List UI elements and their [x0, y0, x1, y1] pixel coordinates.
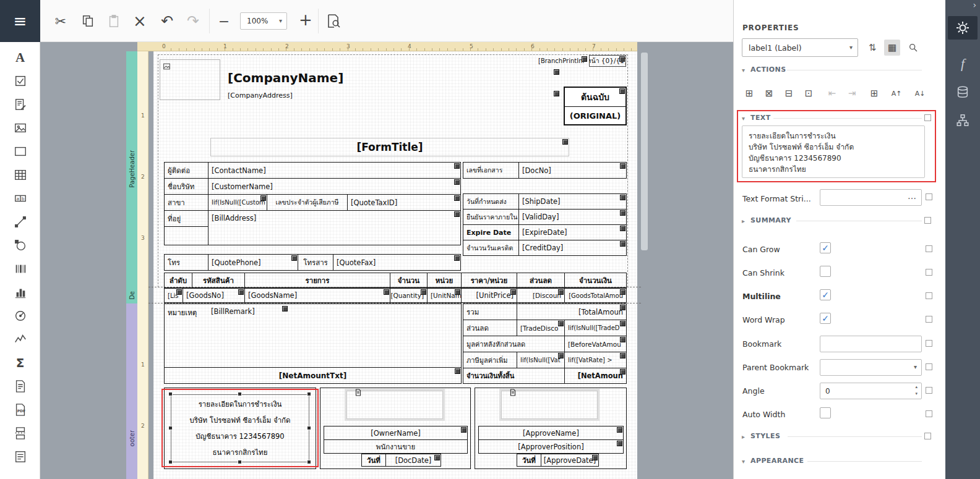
address-value-cell[interactable]: [BillAddress]: [208, 210, 461, 245]
zoom-in-button[interactable]: +: [296, 10, 316, 30]
report-explorer-tab[interactable]: [945, 110, 980, 131]
fit-text-action[interactable]: ⊠: [762, 87, 776, 100]
table-of-contents-tool[interactable]: [0, 445, 40, 468]
approve-date-label-cell[interactable]: วันที่: [517, 454, 541, 467]
multiline-checkbox[interactable]: ✓: [820, 289, 831, 300]
creditday-label-cell[interactable]: จำนวนวันเครดิต: [463, 240, 519, 256]
vertical-scrollbar[interactable]: [641, 53, 648, 250]
zoom-combobox[interactable]: 100% ▾: [240, 12, 287, 30]
branch-value-cell[interactable]: Iif(IsNull([Custom: [208, 194, 267, 211]
increase-font-action[interactable]: A↑: [889, 87, 904, 100]
selection-handle[interactable]: [238, 392, 242, 396]
net-label-cell[interactable]: จำนวนเงินทั้งสิ้น: [463, 368, 565, 384]
cut-button[interactable]: ✂: [51, 11, 71, 31]
category-view-button[interactable]: ▦: [884, 40, 900, 56]
detail-cell[interactable]: [UnitPrice]: [461, 288, 517, 303]
selection-handle[interactable]: [307, 392, 311, 396]
logo-picture-box[interactable]: [160, 59, 220, 100]
sum-value-cell[interactable]: [TotalAmoun: [517, 303, 627, 320]
properties-tab[interactable]: [948, 16, 978, 40]
contact-label-cell[interactable]: ผู้ติดต่อ: [164, 162, 208, 179]
payment-label-selected[interactable]: รายละเอียดในการชำระเงิน บริษัท โปรซอฟท์ …: [171, 394, 309, 462]
pdf-content-tool[interactable]: PDF: [0, 398, 40, 422]
expire-label-cell[interactable]: Expire Date: [463, 224, 519, 240]
detail-cell[interactable]: [Lis: [164, 288, 183, 303]
preview-button[interactable]: [323, 11, 344, 32]
angle-spinner[interactable]: ▴▾: [915, 384, 918, 397]
creditday-value-cell[interactable]: [CreditDay]: [518, 240, 627, 256]
phone-value-cell[interactable]: [QuotePhone]: [208, 254, 298, 271]
can-shrink-property-marker[interactable]: [926, 269, 932, 276]
band-page-header[interactable]: PageHeader: [126, 51, 137, 287]
net-amount-text-cell[interactable]: [NetAmountTxt]: [164, 367, 462, 384]
page-break-tool[interactable]: [0, 422, 40, 445]
docno-value-cell[interactable]: [DocNo]: [518, 162, 627, 179]
word-wrap-property-marker[interactable]: [926, 316, 932, 323]
expire-value-cell[interactable]: [ExpireDate]: [518, 224, 627, 240]
col-header[interactable]: ลำดับ: [164, 273, 192, 288]
word-wrap-checkbox[interactable]: ✓: [820, 313, 831, 324]
auto-size-action[interactable]: ⊞: [867, 87, 882, 100]
detail-cell[interactable]: [Discoun: [517, 288, 565, 303]
text-format-property-marker[interactable]: [926, 193, 932, 200]
address-label-cell-2[interactable]: [164, 226, 208, 245]
detail-cell[interactable]: [Quantity]: [390, 288, 428, 303]
parent-bookmark-dropdown[interactable]: ▾: [820, 359, 922, 376]
shape-tool[interactable]: [0, 234, 40, 257]
appearance-section-header[interactable]: APPEARANCE: [750, 457, 804, 465]
company-name-field[interactable]: [CompanyName]: [225, 69, 560, 87]
can-grow-property-marker[interactable]: [926, 245, 932, 252]
col-header[interactable]: หน่วย: [427, 273, 462, 288]
styles-property-marker[interactable]: [924, 433, 931, 439]
actions-section-header[interactable]: ACTIONS: [750, 66, 786, 74]
col-header[interactable]: ส่วนลด: [517, 273, 565, 288]
approve-date-value-cell[interactable]: [ApproveDate]: [541, 454, 599, 467]
taxid-label-cell[interactable]: เลขประจำตัวผู้เสียภาษี: [267, 194, 348, 211]
fax-value-cell[interactable]: [QuoteFax]: [333, 254, 461, 271]
text-section-header[interactable]: TEXT: [750, 114, 771, 122]
col-header[interactable]: รหัสสินค้า: [192, 273, 245, 288]
customer-value-cell[interactable]: [CustomerName]: [208, 178, 461, 195]
vat-label-cell[interactable]: ภาษีมูลค่าเพิ่ม: [463, 352, 517, 368]
can-grow-checkbox[interactable]: ✓: [820, 242, 831, 253]
sum-label-cell[interactable]: รวม: [463, 303, 517, 320]
bookmark-input[interactable]: [820, 336, 922, 352]
delete-button[interactable]: ×: [130, 11, 150, 31]
checkbox-tool[interactable]: [0, 69, 40, 93]
band-detail[interactable]: De: [126, 287, 137, 303]
text-format-input[interactable]: …: [820, 189, 922, 206]
fit-bounds-action[interactable]: ⊞: [742, 87, 757, 100]
col-header[interactable]: ราคา/หน่วย: [461, 273, 517, 288]
remark-value-field[interactable]: [BillRemark]: [208, 305, 288, 318]
doc-date-label-cell[interactable]: วันที่: [361, 454, 386, 467]
auto-width-property-marker[interactable]: [926, 410, 932, 417]
beforevat-label-cell[interactable]: มูลค่าหลังหักส่วนลด: [463, 336, 565, 352]
form-title-field[interactable]: [FormTitle]: [210, 138, 569, 156]
validday-value-cell[interactable]: [ValidDay]: [518, 209, 627, 225]
can-shrink-checkbox[interactable]: [820, 266, 831, 277]
approver-name-cell[interactable]: [ApproveName]: [478, 426, 624, 440]
shipdate-value-cell[interactable]: [ShipDate]: [518, 193, 627, 210]
owner-name-cell[interactable]: [OwnerName]: [324, 426, 468, 440]
zoom-out-button[interactable]: −: [215, 12, 233, 30]
docno-label-cell[interactable]: เลขที่เอกสาร: [463, 162, 519, 179]
taxid-value-cell[interactable]: [QuoteTaxID]: [347, 194, 461, 211]
angle-input[interactable]: 0 ▴▾: [820, 383, 922, 399]
selection-handle[interactable]: [168, 426, 173, 430]
original-stamp-box[interactable]: ต้นฉบับ (ORIGINAL): [564, 87, 627, 125]
discount-expr-cell[interactable]: Iif(IsNull([TradeD: [564, 320, 627, 336]
vat-expr-cell[interactable]: Iif([VatRate] >: [564, 352, 627, 368]
detail-cell[interactable]: [UnitNam: [427, 288, 462, 303]
ellipsis-icon[interactable]: …: [908, 191, 916, 201]
detail-cell[interactable]: [GoodsNo]: [183, 288, 245, 303]
line-tool[interactable]: [0, 210, 40, 234]
align-left-action[interactable]: ⇤: [825, 87, 840, 100]
redo-button[interactable]: ↷: [183, 11, 203, 31]
gauge-tool[interactable]: [0, 304, 40, 328]
summary-section-header[interactable]: SUMMARY: [750, 216, 791, 224]
phone-label-cell[interactable]: โทร: [164, 254, 208, 271]
col-header[interactable]: จำนวน: [390, 273, 428, 288]
fit-width-action[interactable]: ⊟: [781, 87, 796, 100]
character-comb-tool[interactable]: ab: [0, 187, 40, 210]
discount-label-cell[interactable]: ส่วนลด: [463, 320, 517, 336]
